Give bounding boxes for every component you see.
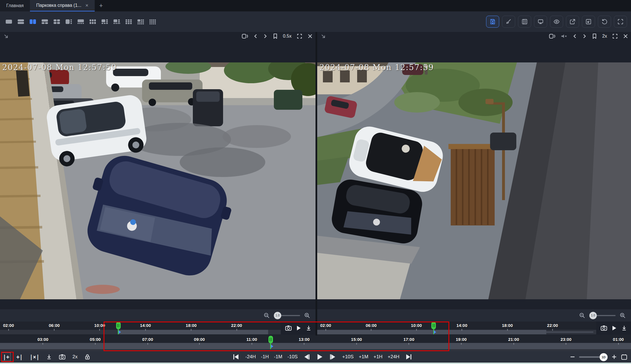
- display-icon: [537, 18, 544, 25]
- download-icon[interactable]: [621, 325, 627, 331]
- timeline-camera-left[interactable]: 02:0006:0010:0014:0018:0022:00: [0, 322, 315, 334]
- mark-clear-button[interactable]: |×|: [30, 354, 39, 360]
- layout-option-1-plus-2[interactable]: [40, 18, 50, 25]
- share-icon: [569, 18, 576, 25]
- pip-frame-icon[interactable]: [549, 33, 555, 39]
- timeline-buttons: [596, 322, 631, 334]
- layout-option-2x2[interactable]: [52, 18, 62, 25]
- playhead-knob[interactable]: [268, 336, 273, 343]
- calendar-icon[interactable]: [621, 353, 628, 360]
- step-forward-button[interactable]: +1M: [359, 354, 369, 360]
- mark-in-button[interactable]: |+: [3, 354, 9, 360]
- next-icon[interactable]: [263, 33, 268, 39]
- zoom-out-icon[interactable]: [579, 312, 585, 319]
- resize-button[interactable]: [582, 16, 595, 28]
- zoom-out-icon[interactable]: [264, 312, 270, 319]
- panel-fullscreen-icon[interactable]: [297, 33, 302, 39]
- range-knob[interactable]: 1D: [600, 353, 608, 361]
- timeline-detail-row[interactable]: 03:0005:0007:0009:0011:0013:0015:0017:00…: [0, 335, 631, 349]
- camera-video-right[interactable]: 2024-07-08 Mon 12:57:59: [317, 62, 631, 299]
- panel-close-icon[interactable]: [623, 34, 628, 39]
- time-label: 23:00: [561, 337, 571, 342]
- frame-forward-icon[interactable]: [329, 353, 336, 360]
- range-slider[interactable]: 1D: [579, 356, 608, 358]
- step-back-button[interactable]: -10S: [288, 354, 298, 360]
- tick: [199, 343, 200, 345]
- panel-close-icon[interactable]: [308, 34, 313, 39]
- drag-corner-icon[interactable]: [320, 33, 326, 39]
- playhead-knob[interactable]: [116, 322, 121, 329]
- speed-label[interactable]: 0.5x: [283, 34, 292, 39]
- panels-button[interactable]: [518, 16, 531, 28]
- layout-option-3x2[interactable]: [88, 18, 98, 25]
- time-label: 13:00: [299, 337, 310, 342]
- step-back-button[interactable]: -1M: [274, 354, 282, 360]
- layout-option-1-plus-4-bottom[interactable]: [76, 18, 86, 25]
- pip-frame-icon[interactable]: [241, 33, 248, 39]
- prev-icon[interactable]: [253, 33, 258, 39]
- bookmark-icon[interactable]: [592, 33, 597, 39]
- tab-current[interactable]: Парковка справа (1... ×: [30, 0, 95, 11]
- bookmark-icon[interactable]: [273, 33, 278, 39]
- mute-icon[interactable]: [561, 33, 567, 39]
- reset-button[interactable]: [598, 16, 611, 28]
- playhead-knob[interactable]: [431, 322, 436, 329]
- layout-option-3x3[interactable]: [124, 18, 134, 25]
- playback-speed-button[interactable]: 2x: [72, 354, 78, 360]
- brush-button[interactable]: [502, 16, 515, 28]
- share-button[interactable]: [566, 16, 579, 28]
- new-tab-button[interactable]: +: [95, 0, 108, 11]
- step-back-button[interactable]: -24H: [245, 354, 256, 360]
- skip-end-icon[interactable]: [405, 353, 412, 360]
- step-forward-button[interactable]: +1H: [373, 354, 383, 360]
- time-label: 10:00: [411, 323, 422, 328]
- snapshot-icon[interactable]: [600, 325, 607, 331]
- play-icon[interactable]: [296, 325, 302, 331]
- tick: [566, 343, 566, 345]
- snapshot-icon[interactable]: [59, 354, 66, 360]
- layout-option-2-rows[interactable]: [16, 18, 26, 25]
- snapshot-icon[interactable]: [285, 325, 292, 331]
- timeline-zoom-knob[interactable]: 1.0: [274, 312, 281, 319]
- layout-option-2-cols[interactable]: [28, 18, 38, 25]
- range-plus-button[interactable]: [612, 354, 617, 359]
- play-button-icon[interactable]: [316, 353, 323, 360]
- step-forward-button[interactable]: +24H: [388, 354, 399, 360]
- view-button[interactable]: [550, 16, 563, 28]
- layout-option-1-plus-7[interactable]: [112, 18, 122, 25]
- fullscreen-button[interactable]: [614, 16, 627, 28]
- zoom-in-icon[interactable]: [620, 312, 626, 319]
- export-download-icon[interactable]: [46, 354, 52, 360]
- range-minus-button[interactable]: [570, 354, 575, 359]
- timeline-camera-right[interactable]: 02:0006:0010:0014:0018:0022:00: [317, 322, 631, 334]
- layout-option-1-plus-5[interactable]: [100, 18, 110, 25]
- speed-label[interactable]: 2x: [602, 34, 607, 39]
- layout-option-4x4[interactable]: [148, 18, 157, 25]
- tick: [356, 343, 357, 345]
- zoom-in-icon[interactable]: [304, 312, 310, 319]
- mark-out-button[interactable]: +|: [16, 354, 23, 360]
- play-icon[interactable]: [611, 325, 617, 331]
- eye-icon: [553, 18, 560, 25]
- download-icon[interactable]: [306, 325, 312, 331]
- tab-close-icon[interactable]: ×: [85, 3, 88, 8]
- panel-fullscreen-icon[interactable]: [612, 33, 618, 39]
- skip-start-icon[interactable]: [232, 353, 240, 360]
- lock-icon[interactable]: [84, 354, 90, 360]
- drag-corner-icon[interactable]: [3, 33, 9, 39]
- timeline-zoom-slider[interactable]: 1.0: [589, 315, 616, 316]
- step-forward-button[interactable]: +10S: [342, 354, 353, 360]
- layout-option-1-plus-5-right[interactable]: [64, 18, 74, 25]
- save-button[interactable]: [486, 16, 499, 28]
- layout-option-1-plus-12[interactable]: [136, 18, 145, 25]
- frame-back-icon[interactable]: [303, 353, 311, 360]
- timeline-zoom-slider[interactable]: 1.0: [274, 315, 300, 316]
- prev-icon[interactable]: [573, 33, 577, 39]
- timeline-zoom-knob[interactable]: 1.0: [589, 312, 597, 319]
- step-back-button[interactable]: -1H: [261, 354, 269, 360]
- next-icon[interactable]: [582, 33, 587, 39]
- tab-home[interactable]: Главная: [0, 0, 30, 11]
- display-button[interactable]: [534, 16, 547, 28]
- camera-video-left[interactable]: 2024-07-08 Mon 12:57:59: [0, 62, 315, 299]
- layout-option-1[interactable]: [4, 18, 14, 25]
